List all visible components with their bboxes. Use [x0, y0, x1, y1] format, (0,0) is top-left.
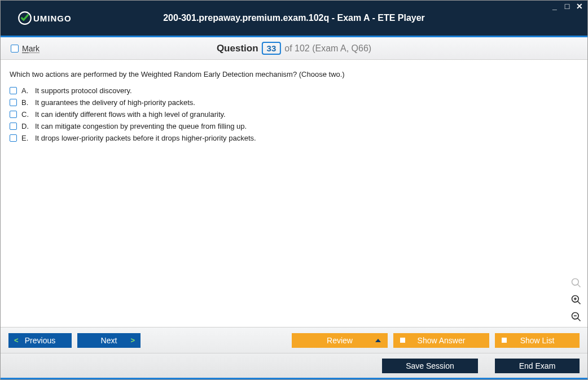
- option-checkbox-d[interactable]: [10, 123, 17, 130]
- side-tools: [569, 276, 583, 324]
- mark-checkbox-group[interactable]: Mark: [11, 44, 40, 53]
- footer-secondary: Save Session End Exam: [1, 353, 587, 378]
- show-answer-button[interactable]: Show Answer: [393, 333, 489, 348]
- maximize-button[interactable]: □: [563, 2, 572, 11]
- question-indicator: Question 33 of 102 (Exam A, Q66): [217, 42, 371, 55]
- question-header-bar: Mark Question 33 of 102 (Exam A, Q66): [1, 37, 587, 60]
- footer-primary: < Previous Next > Review Show Answer Sho…: [1, 327, 587, 353]
- zoom-in-icon[interactable]: [569, 293, 583, 307]
- svg-line-2: [578, 285, 581, 287]
- mark-checkbox[interactable]: [11, 45, 19, 53]
- mark-label[interactable]: Mark: [22, 44, 40, 53]
- title-bar: UMINGO 200-301.prepaway.premium.exam.102…: [1, 1, 587, 36]
- option-checkbox-e[interactable]: [10, 134, 17, 142]
- option-row[interactable]: D. It can mitigate congestion by prevent…: [10, 122, 578, 130]
- question-label: Question: [217, 43, 258, 54]
- option-row[interactable]: E. It drops lower-priority packets befor…: [10, 134, 578, 142]
- option-checkbox-b[interactable]: [10, 99, 17, 106]
- option-text: It guarantees the delivery of high-prior…: [35, 98, 195, 107]
- next-button[interactable]: Next >: [77, 333, 141, 348]
- option-letter: C.: [21, 110, 30, 119]
- window-controls: _ □ ✕: [550, 2, 584, 11]
- option-row[interactable]: A. It supports protocol discovery.: [10, 86, 578, 95]
- search-icon[interactable]: [569, 276, 583, 290]
- option-letter: A.: [21, 86, 30, 95]
- app-logo: UMINGO: [17, 11, 72, 25]
- bottom-accent-divider: [1, 378, 587, 379]
- square-icon: [400, 338, 405, 343]
- option-text: It supports protocol discovery.: [35, 86, 132, 95]
- option-letter: E.: [21, 134, 30, 142]
- option-checkbox-c[interactable]: [10, 111, 17, 118]
- option-checkbox-a[interactable]: [10, 87, 17, 94]
- end-exam-label: End Exam: [519, 361, 556, 370]
- review-button[interactable]: Review: [292, 333, 388, 348]
- minimize-button[interactable]: _: [550, 2, 559, 11]
- save-session-button[interactable]: Save Session: [382, 359, 478, 373]
- app-window: UMINGO 200-301.prepaway.premium.exam.102…: [0, 0, 588, 380]
- triangle-up-icon: [375, 339, 381, 342]
- option-text: It can identify different flows with a h…: [35, 110, 226, 119]
- question-text: Which two actions are performed by the W…: [10, 70, 578, 78]
- previous-button[interactable]: < Previous: [8, 333, 72, 348]
- next-label: Next: [101, 336, 117, 345]
- chevron-left-icon: <: [14, 336, 19, 344]
- options-list: A. It supports protocol discovery. B. It…: [10, 86, 578, 142]
- chevron-right-icon: >: [130, 336, 135, 344]
- option-letter: B.: [21, 98, 30, 107]
- svg-line-4: [578, 302, 581, 304]
- save-session-label: Save Session: [406, 361, 454, 370]
- checkmark-logo-icon: [17, 11, 32, 25]
- square-icon: [502, 338, 507, 343]
- zoom-out-icon[interactable]: [569, 310, 583, 324]
- svg-line-8: [578, 318, 581, 321]
- end-exam-button[interactable]: End Exam: [495, 359, 580, 373]
- question-content: Which two actions are performed by the W…: [1, 60, 587, 327]
- question-total: of 102 (Exam A, Q66): [284, 43, 371, 54]
- option-letter: D.: [21, 122, 30, 130]
- option-row[interactable]: B. It guarantees the delivery of high-pr…: [10, 98, 578, 107]
- option-text: It drops lower-priority packets before i…: [35, 134, 256, 142]
- previous-label: Previous: [25, 336, 55, 345]
- show-list-label: Show List: [520, 336, 555, 345]
- option-text: It can mitigate congestion by preventing…: [35, 122, 247, 130]
- show-list-button[interactable]: Show List: [495, 333, 580, 348]
- question-number: 33: [262, 42, 282, 55]
- show-answer-label: Show Answer: [418, 336, 466, 345]
- review-label: Review: [327, 336, 353, 345]
- svg-point-1: [572, 279, 579, 286]
- option-row[interactable]: C. It can identify different flows with …: [10, 110, 578, 119]
- window-title: 200-301.prepaway.premium.exam.102q - Exa…: [163, 13, 425, 23]
- close-button[interactable]: ✕: [575, 2, 584, 11]
- logo-text: UMINGO: [33, 14, 72, 23]
